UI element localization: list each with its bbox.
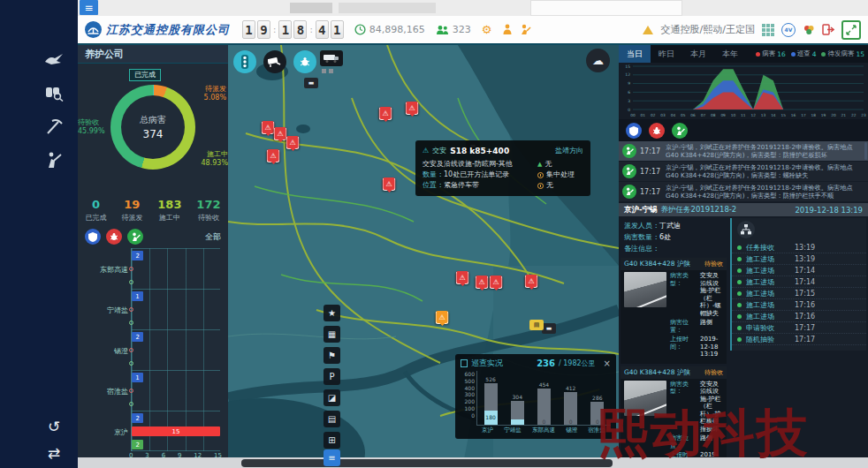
traffic-signal-layer-button[interactable] xyxy=(233,50,256,73)
timeline-time: 17:17 xyxy=(795,336,815,343)
chart-tool-button[interactable]: ◪ xyxy=(324,389,340,406)
4v-icon[interactable]: 4V xyxy=(781,23,796,37)
message-text: 京沪-宁锡，刘斌正在对养护任务20191218-2申请验收。病害地点G40 K3… xyxy=(666,163,863,179)
menu-icon: ≡ xyxy=(84,2,93,14)
construction-filter-button[interactable] xyxy=(672,123,688,139)
undo-icon[interactable]: ↺ xyxy=(39,413,69,440)
vehicle-badge[interactable]: ▬ xyxy=(304,78,318,88)
timeline-row: 随机抽验17:17 xyxy=(732,334,866,345)
popup-x-label: 京沪 xyxy=(482,426,493,434)
disease-map-pin[interactable]: ⚠ xyxy=(476,276,489,289)
legend-menu-button[interactable]: ≡ xyxy=(324,449,340,466)
hamburger-menu-button[interactable]: ≡ xyxy=(80,0,98,15)
grid-tool-button[interactable]: ⊞ xyxy=(324,432,340,449)
van-toggle-dots[interactable] xyxy=(322,69,333,73)
info-board-van-button[interactable] xyxy=(320,50,343,66)
person-stat[interactable] xyxy=(502,24,531,35)
favorites-tool-button[interactable]: ★ xyxy=(324,305,340,321)
info-label: 病害数量： xyxy=(624,233,659,241)
filter-all-link[interactable]: 全部 xyxy=(205,231,221,243)
legend-item: 待发病害15 xyxy=(821,49,864,58)
disease-map-pin[interactable]: ⚠ xyxy=(267,149,280,162)
palette-icon[interactable] xyxy=(803,25,815,35)
field-label: 上报时间： xyxy=(670,336,700,359)
map-canvas[interactable]: ⚠⚠⚠⚠⚠⚠⚠⚠⚠⚠⚠⚠▬▬▬▤ ☁ ★ ▦ ⚑ P ◪ ▤ ⊞ ≡ ⚠ xyxy=(228,45,619,468)
disease-map-pin[interactable]: ⚠ xyxy=(262,121,275,134)
disease-map-pin[interactable]: ⚠ xyxy=(383,177,396,191)
popup-bar-zero: 0 xyxy=(564,419,577,425)
disease-map-pin[interactable]: ⚠ xyxy=(286,136,300,149)
bar-category-label: 东部高速 xyxy=(80,265,128,275)
swap-layers-icon[interactable]: ⇄ xyxy=(39,440,69,466)
disease-map-pin[interactable]: ⚠ xyxy=(490,276,503,289)
dispatch-filter-button[interactable] xyxy=(626,123,642,139)
vehicle-badge[interactable]: ▬ xyxy=(542,323,556,334)
donut-center: 总病害 374 xyxy=(121,95,185,159)
disease-photo-thumbnail[interactable] xyxy=(624,272,666,307)
construction-map-pin[interactable]: ⚠ xyxy=(436,311,449,324)
flag-tool-button[interactable]: ⚑ xyxy=(324,347,340,364)
messages-scrollbar[interactable] xyxy=(864,142,867,160)
donut-callout-dispatch: 待派发 5.08% xyxy=(204,85,226,102)
disease-map-pin[interactable]: ⚠ xyxy=(379,107,392,120)
disease-photo-thumbnail[interactable] xyxy=(624,381,666,416)
tab-本月[interactable]: 本月 xyxy=(682,45,714,63)
parking-tool-button[interactable]: P xyxy=(324,368,340,385)
popup-header: 巡查实况 236 / 1982公里 × xyxy=(461,358,611,369)
apps-grid-icon[interactable] xyxy=(762,24,774,36)
svg-text:11: 11 xyxy=(741,113,746,117)
inspection-search-icon[interactable] xyxy=(39,79,69,106)
user-breadcrumb[interactable]: 交通控股/熙动/王定国 xyxy=(661,23,755,36)
popup-bar-column: 304 xyxy=(511,371,524,425)
info-board-badge[interactable]: ▤ xyxy=(529,320,544,330)
disease-map-pin[interactable]: ⚠ xyxy=(456,271,469,284)
svg-text:00: 00 xyxy=(630,113,636,117)
timeline-row: 施工进场17:14 xyxy=(732,265,866,276)
disease-map-pin[interactable]: ⚠ xyxy=(406,102,419,115)
message-item[interactable]: 17:17京沪-宁锡，刘斌正在对养护任务20191218-2申请验收。病害地点G… xyxy=(619,141,868,161)
gear-stat[interactable]: ⚙ xyxy=(482,23,492,36)
disease-layer-button[interactable] xyxy=(293,50,316,73)
tooltip-type: 交安 xyxy=(432,146,446,156)
callout-label: 施工中 xyxy=(201,150,228,159)
donut-center-value: 374 xyxy=(143,128,164,140)
list-tool-button[interactable]: ▤ xyxy=(324,411,340,427)
callout-pct: 45.99% xyxy=(78,127,105,136)
bar-row: 15 xyxy=(132,425,220,438)
timeline-label: 施工进场 xyxy=(746,277,790,287)
disease-filter-button[interactable] xyxy=(106,229,122,245)
svg-text:03: 03 xyxy=(660,113,666,117)
logout-icon[interactable] xyxy=(822,24,834,35)
cctv-camera-layer-button[interactable] xyxy=(263,50,286,73)
clock-icon xyxy=(537,172,544,178)
svg-text:15: 15 xyxy=(780,113,786,117)
disease-card[interactable]: G40 K384+428 沪陕待验收病害类型：交安及沿线设施-护栏（栏杆）-螺帽… xyxy=(621,258,727,364)
construction-filter-button[interactable] xyxy=(127,229,143,245)
tab-当日[interactable]: 当日 xyxy=(619,45,651,63)
stat-item: 0已完成 xyxy=(85,198,106,223)
worker-digging-icon[interactable] xyxy=(39,147,69,173)
disease-card[interactable]: G40 K384+428 沪陕待验收病害类型：交安及沿线设施-护栏（栏杆）-护栏… xyxy=(621,366,727,468)
disease-map-pin[interactable]: ⚠ xyxy=(274,127,287,140)
maintenance-route-icon[interactable] xyxy=(39,46,69,72)
popup-bar: 0 xyxy=(537,389,551,425)
tab-本年[interactable]: 本年 xyxy=(714,45,746,63)
message-item[interactable]: 17:17京沪-宁锡，刘斌正在对养护任务20191218-2申请验收。病害地点G… xyxy=(619,162,868,181)
disease-map-pin[interactable]: ⚠ xyxy=(525,275,538,288)
close-icon[interactable]: × xyxy=(604,359,611,368)
clock-digit: 9 xyxy=(257,20,270,39)
popup-y-axis: 6005004003002001000 xyxy=(461,371,476,426)
online-value: 323 xyxy=(453,24,471,35)
bar-row xyxy=(132,316,220,329)
construction-pickaxe-icon[interactable] xyxy=(39,113,69,140)
popup-x-labels: 京沪宁靖盐东部高速锡澄宿淮盐 xyxy=(476,426,611,434)
info-value: 6处 xyxy=(659,233,671,241)
clock-icon xyxy=(354,24,366,35)
fullscreen-toggle-icon[interactable] xyxy=(841,20,861,40)
tab-昨日[interactable]: 昨日 xyxy=(651,45,682,63)
disease-filter-button[interactable] xyxy=(649,123,665,139)
stats-panel-tool-button[interactable]: ▦ xyxy=(324,326,340,343)
message-item[interactable]: 17:17京沪-宁锡，刘斌正在对养护任务20191218-2申请验收。病害地点G… xyxy=(619,182,868,201)
weather-cloud-button[interactable]: ☁ xyxy=(586,49,610,72)
dispatch-filter-button[interactable] xyxy=(85,229,101,245)
